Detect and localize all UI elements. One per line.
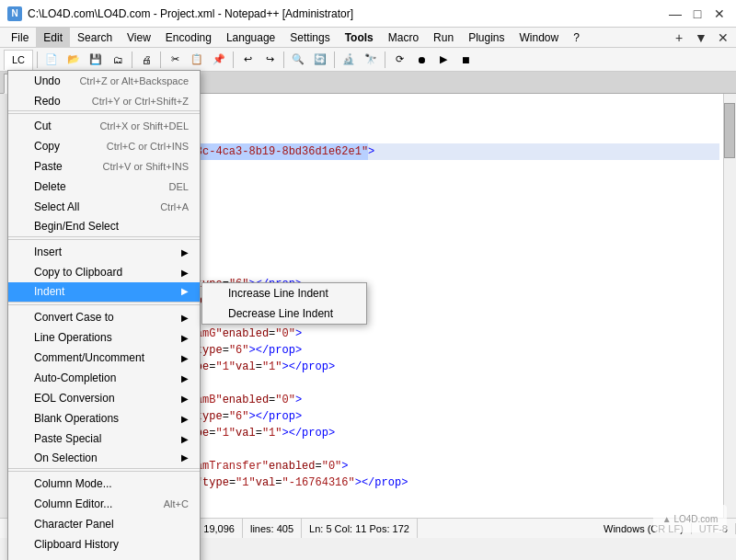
toolbar-sub-button[interactable]: ▼ <box>692 29 710 47</box>
menu-language[interactable]: Language <box>219 28 282 48</box>
toolbar-stop-btn[interactable]: ⏹ <box>455 50 476 70</box>
toolbar-tab-lc[interactable]: LC <box>4 50 33 70</box>
toolbar-find-btn[interactable]: 🔍 <box>288 50 308 70</box>
menu-undo-label: Undo <box>34 74 61 87</box>
menu-convert-case[interactable]: Convert Case to ▶ <box>8 307 200 327</box>
toolbar-x-button[interactable]: ✕ <box>714 29 732 47</box>
menu-edit[interactable]: Edit <box>36 28 70 48</box>
toolbar-copy-btn[interactable]: 📋 <box>187 50 207 70</box>
menu-begin-end-select[interactable]: Begin/End Select <box>8 217 200 237</box>
menu-paste-shortcut: Ctrl+V or Shift+INS <box>102 161 189 172</box>
menu-settings[interactable]: Settings <box>282 28 337 48</box>
menu-insert-arrow: ▶ <box>181 247 189 257</box>
toolbar-record-btn[interactable]: ⏺ <box>411 50 431 70</box>
menu-paste-special-label: Paste Special <box>34 432 101 445</box>
menu-auto-completion[interactable]: Auto-Completion ▶ <box>8 368 200 388</box>
menu-search[interactable]: Search <box>70 28 120 48</box>
menu-copy-to-clipboard[interactable]: Copy to Clipboard ▶ <box>8 262 200 282</box>
menu-line-operations-arrow: ▶ <box>181 333 189 343</box>
menu-decrease-indent-label: Decrease Line Indent <box>228 307 333 320</box>
menu-cut-shortcut: Ctrl+X or Shift+DEL <box>99 120 189 131</box>
menu-character-panel-label: Character Panel <box>34 518 114 531</box>
menu-increase-indent-label: Increase Line Indent <box>228 287 328 300</box>
menu-paste-label: Paste <box>34 160 63 173</box>
vertical-scrollbar[interactable] <box>723 94 736 518</box>
toolbar-replace-btn[interactable]: 🔄 <box>310 50 330 70</box>
toolbar-separator-7 <box>385 51 385 68</box>
menu-copy-to-clipboard-arrow: ▶ <box>181 268 189 278</box>
menu-begin-end-select-label: Begin/End Select <box>34 220 119 233</box>
menu-view[interactable]: View <box>120 28 158 48</box>
toolbar-save-all-btn[interactable]: 🗂 <box>108 50 128 70</box>
menu-insert-label: Insert <box>34 246 62 258</box>
menu-file[interactable]: File <box>4 28 36 48</box>
menu-undo[interactable]: Undo Ctrl+Z or Alt+Backspace <box>8 71 200 91</box>
menu-convert-case-label: Convert Case to <box>34 311 114 324</box>
menu-copy-to-clipboard-label: Copy to Clipboard <box>34 266 122 279</box>
menu-paste-special[interactable]: Paste Special ▶ <box>8 429 200 449</box>
menu-select-all[interactable]: Select All Ctrl+A <box>8 197 200 217</box>
toolbar-sync-btn[interactable]: ⟳ <box>389 50 409 70</box>
toolbar-redo-btn[interactable]: ↪ <box>259 50 280 70</box>
toolbar-zoom-out-btn[interactable]: 🔭 <box>361 50 381 70</box>
menu-increase-indent[interactable]: Increase Line Indent <box>202 283 366 303</box>
menu-decrease-indent[interactable]: Decrease Line Indent <box>202 303 366 324</box>
toolbar-separator-4 <box>233 51 234 68</box>
menu-cut[interactable]: Cut Ctrl+X or Shift+DEL <box>8 116 200 136</box>
toolbar-save-btn[interactable]: 💾 <box>86 50 106 70</box>
menu-comment-uncomment[interactable]: Comment/Uncomment ▶ <box>8 348 200 368</box>
menu-plugins[interactable]: Plugins <box>461 28 512 48</box>
menu-delete-shortcut: DEL <box>169 181 189 192</box>
menu-eol-conversion[interactable]: EOL Conversion ▶ <box>8 388 200 408</box>
menu-line-operations[interactable]: Line Operations ▶ <box>8 327 200 348</box>
menu-column-mode-label: Column Mode... <box>34 477 112 490</box>
app-icon: N <box>7 6 22 21</box>
toolbar-new-btn[interactable]: 📄 <box>41 50 62 70</box>
toolbar-add-button[interactable]: + <box>670 29 688 47</box>
maximize-button[interactable]: □ <box>688 5 707 23</box>
indent-submenu: Increase Line Indent Decrease Line Inden… <box>201 282 367 325</box>
toolbar-zoom-in-btn[interactable]: 🔬 <box>339 50 359 70</box>
ctx-sep-4 <box>8 471 200 472</box>
menu-redo-label: Redo <box>34 95 61 108</box>
scrollbar-thumb[interactable] <box>724 103 735 158</box>
menu-paste[interactable]: Paste Ctrl+V or Shift+INS <box>8 156 200 177</box>
menu-encoding[interactable]: Encoding <box>158 28 219 48</box>
menu-window[interactable]: Window <box>512 28 566 48</box>
ctx-sep-1 <box>8 113 200 114</box>
close-button[interactable]: ✕ <box>710 5 729 23</box>
menu-auto-completion-label: Auto-Completion <box>34 371 116 384</box>
menu-copy[interactable]: Copy Ctrl+C or Ctrl+INS <box>8 136 200 156</box>
menu-redo[interactable]: Redo Ctrl+Y or Ctrl+Shift+Z <box>8 91 200 111</box>
menu-blank-operations-label: Blank Operations <box>34 412 119 425</box>
menu-comment-uncomment-label: Comment/Uncomment <box>34 351 144 364</box>
menu-bar: File Edit Search View Encoding Language … <box>0 28 736 48</box>
menu-delete[interactable]: Delete DEL <box>8 177 200 197</box>
minimize-button[interactable]: — <box>666 5 684 23</box>
menu-comment-uncomment-arrow: ▶ <box>181 353 189 363</box>
toolbar-paste-btn[interactable]: 📌 <box>209 50 229 70</box>
menu-indent-arrow: ▶ <box>181 286 189 296</box>
toolbar-open-btn[interactable]: 📂 <box>63 50 84 70</box>
menu-tools[interactable]: Tools <box>338 28 381 48</box>
status-cursor: Ln: 5 Col: 11 Pos: 172 <box>302 519 418 538</box>
menu-blank-operations[interactable]: Blank Operations ▶ <box>8 408 200 429</box>
toolbar-undo-btn[interactable]: ↩ <box>237 50 258 70</box>
menu-clipboard-history[interactable]: Clipboard History <box>8 534 200 554</box>
toolbar-print-btn[interactable]: 🖨 <box>136 50 156 70</box>
menu-indent[interactable]: Indent ▶ Increase Line Indent Decrease L… <box>8 282 200 303</box>
menu-character-panel[interactable]: Character Panel <box>8 514 200 534</box>
menu-run[interactable]: Run <box>426 28 461 48</box>
menu-on-selection[interactable]: On Selection ▶ <box>8 449 200 469</box>
menu-macro[interactable]: Macro <box>381 28 426 48</box>
menu-line-operations-label: Line Operations <box>34 331 112 344</box>
toolbar-cut-btn[interactable]: ✂ <box>165 50 185 70</box>
menu-help[interactable]: ? <box>566 28 587 48</box>
ctx-sep-2 <box>8 239 200 240</box>
menu-insert[interactable]: Insert ▶ <box>8 242 200 262</box>
toolbar-play-btn[interactable]: ▶ <box>433 50 454 70</box>
menu-column-editor[interactable]: Column Editor... Alt+C <box>8 494 200 514</box>
toolbar-separator-3 <box>160 51 161 68</box>
menu-set-read-only[interactable]: Set Read-Only <box>8 554 200 560</box>
menu-column-mode[interactable]: Column Mode... <box>8 474 200 494</box>
